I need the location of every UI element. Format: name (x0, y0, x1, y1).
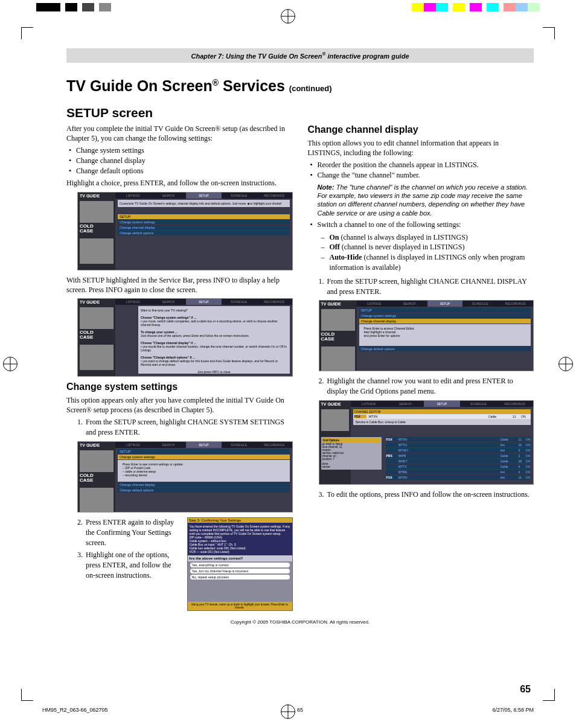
registration-mark-icon (281, 9, 295, 24)
list-item: Change channel display (66, 156, 293, 166)
css-heading: Change system settings (66, 382, 293, 392)
list-item: Reorder the position the channels appear… (308, 160, 534, 170)
note-text: Note: The "tune channel" is the channel … (318, 183, 534, 217)
copyright-text: Copyright © 2005 TOSHIBA CORPORATION. Al… (66, 619, 534, 625)
body-text: This option allows you to edit channel i… (308, 138, 534, 158)
list-item: Auto-Hide (channel is displayed in LISTI… (320, 252, 534, 273)
list-item: Change system settings (66, 145, 293, 156)
screenshot-confirm-settings: Step 3: Confirming Your Settings You hav… (187, 517, 293, 611)
ccd-heading: Change channel display (308, 124, 534, 135)
screenshot-info-panel: TV GUIDECOLD CASE LISTINGSSEARCHSETUPSCH… (77, 298, 293, 377)
body-text: With SETUP highlighted in the Service Ba… (66, 275, 293, 295)
page-number: 65 (520, 684, 531, 695)
chapter-header: Chapter 7: Using the TV Guide On Screen®… (66, 48, 534, 63)
registration-mark-icon (558, 357, 573, 371)
list-item: To edit the options, press INFO and foll… (326, 490, 534, 500)
list-item: Switch a channel to one of the following… (308, 220, 534, 230)
setup-heading: SETUP screen (66, 106, 293, 120)
body-text: Highlight a choice, press ENTER, and fol… (66, 178, 293, 188)
print-footer: HM95_R2_063-66_062705656/27/05, 6:58 PM (42, 707, 534, 713)
list-item: Change the "tune channel" number. (308, 170, 534, 180)
list-item: From the SETUP screen, highlight CHANGE … (326, 276, 534, 297)
list-item: Highlight the channel row you want to ed… (326, 376, 534, 397)
screenshot-setup-menu: TV GUIDECOLD CASE LISTINGSSEARCHSETUPSCH… (77, 192, 293, 270)
list-item: From the SETUP screen, highlight CHANGE … (85, 417, 293, 438)
body-text: After you complete the initial TV Guide … (66, 124, 293, 143)
list-item: Change default options (66, 166, 293, 176)
body-text: This option appears only after you have … (66, 395, 293, 415)
registration-mark-icon (3, 357, 18, 371)
screenshot-channel-editor: TV GUIDE LISTINGSSEARCHSETUPSCHEDULERECO… (319, 400, 534, 485)
page-title: TV Guide On Screen® Services (continued) (66, 77, 534, 95)
screenshot-css: TV GUIDECOLD CASE LISTINGSSEARCHSETUPSCH… (77, 441, 293, 512)
screenshot-ccd: TV GUIDECOLD CASE LISTINGSSEARCHSETUPSCH… (319, 300, 534, 371)
list-item: Off (channel is never displayed in LISTI… (320, 242, 534, 252)
list-item: On (channel is always displayed in LISTI… (320, 232, 534, 243)
